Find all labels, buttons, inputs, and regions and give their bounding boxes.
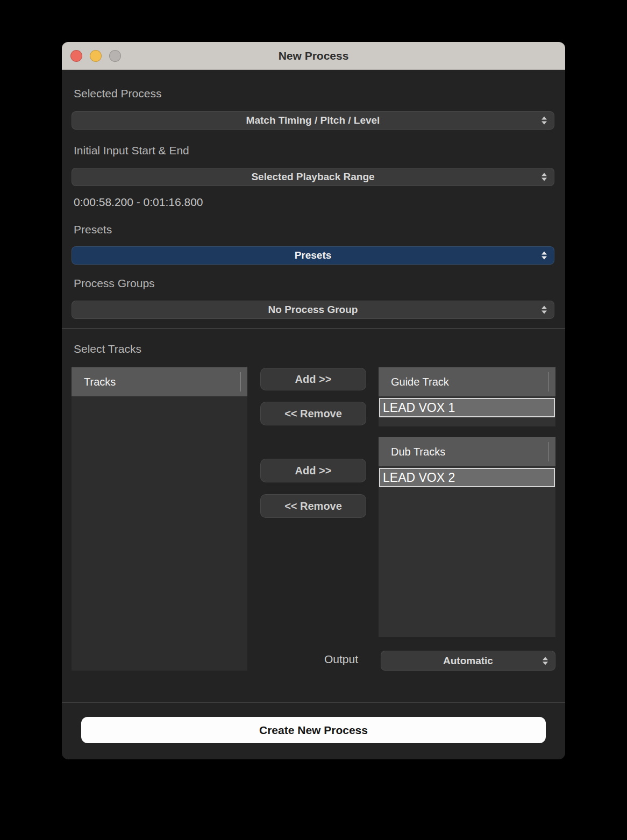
initial-input-value: Selected Playback Range [251,171,374,183]
add-guide-button[interactable]: Add >> [260,368,366,390]
close-button-icon[interactable] [70,50,82,62]
minimize-button-icon[interactable] [90,50,102,62]
output-value: Automatic [443,655,493,667]
output-label: Output [324,653,358,666]
divider [62,702,565,703]
dub-tracks-panel: Dub Tracks LEAD VOX 2 [379,437,555,637]
window-title: New Process [279,49,349,62]
tracks-panel-header-label: Tracks [84,376,116,388]
stepper-icon [543,657,548,665]
initial-input-label: Initial Input Start & End [74,144,189,157]
zoom-button-icon [109,50,121,62]
new-process-dialog: New Process Selected Process Match Timin… [62,42,565,759]
stepper-icon [542,306,547,314]
create-new-process-button[interactable]: Create New Process [81,717,546,743]
initial-input-dropdown[interactable]: Selected Playback Range [72,168,554,186]
process-groups-label: Process Groups [74,277,155,290]
guide-track-header-label: Guide Track [391,376,449,388]
traffic-lights [70,42,121,70]
tracks-panel: Tracks [72,367,247,671]
output-dropdown[interactable]: Automatic [381,651,555,671]
divider [62,328,565,329]
dub-tracks-header[interactable]: Dub Tracks [379,437,555,466]
dub-tracks-item-label: LEAD VOX 2 [383,471,455,485]
column-divider [548,372,549,391]
add-dub-button[interactable]: Add >> [260,459,366,482]
select-tracks-label: Select Tracks [74,343,141,355]
dub-tracks-list[interactable] [379,466,555,637]
stepper-icon [542,173,547,181]
selected-process-dropdown[interactable]: Match Timing / Pitch / Level [72,111,554,130]
process-groups-value: No Process Group [268,304,358,316]
guide-track-header[interactable]: Guide Track [379,367,555,396]
remove-dub-button[interactable]: << Remove [260,494,366,518]
title-bar[interactable]: New Process [62,42,565,70]
presets-value: Presets [295,250,332,261]
dub-tracks-selected-item[interactable]: LEAD VOX 2 [379,468,555,487]
guide-track-selected-item[interactable]: LEAD VOX 1 [379,398,555,417]
column-divider [548,442,549,461]
playback-range-text: 0:00:58.200 - 0:01:16.800 [74,196,203,209]
process-groups-dropdown[interactable]: No Process Group [72,301,554,319]
dub-tracks-header-label: Dub Tracks [391,446,445,458]
guide-track-item-label: LEAD VOX 1 [383,401,455,415]
presets-label: Presets [74,223,112,236]
guide-track-panel: Guide Track LEAD VOX 1 [379,367,555,426]
tracks-panel-header[interactable]: Tracks [72,367,247,396]
selected-process-value: Match Timing / Pitch / Level [246,115,380,126]
column-divider [240,372,241,391]
screen-background: New Process Selected Process Match Timin… [0,0,627,840]
presets-dropdown[interactable]: Presets [72,246,554,265]
tracks-list[interactable] [72,396,247,671]
selected-process-label: Selected Process [74,87,161,100]
stepper-icon [542,117,547,125]
remove-guide-button[interactable]: << Remove [260,402,366,425]
stepper-icon [542,252,547,260]
